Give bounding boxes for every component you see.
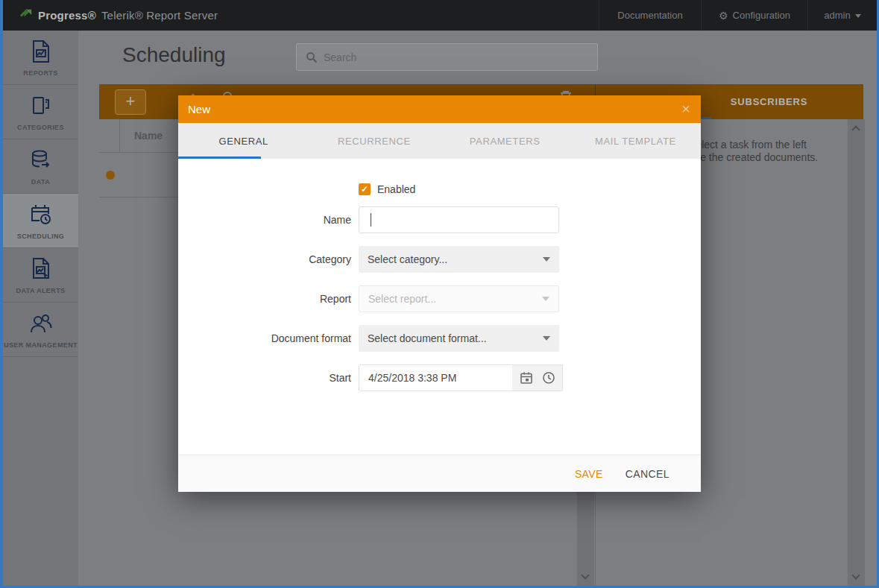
window-edge-left [0,0,3,588]
tab-general[interactable]: GENERAL [178,123,309,159]
document-format-select[interactable]: Select document format... [359,325,559,352]
enabled-checkbox[interactable]: ✓ [359,183,371,195]
sidebar-item-categories[interactable]: CATEGORIES [3,85,78,139]
new-task-dialog: New × GENERAL RECURRENCE PARAMETERS MAIL… [178,95,701,492]
enabled-label: Enabled [377,183,415,195]
sidebar-item-label: USER MANAGEMENT [4,341,78,349]
column-divider [119,119,120,153]
data-alert-icon [28,256,54,282]
name-column-header[interactable]: Name [134,130,163,142]
progress-logo-icon [19,7,33,24]
text-cursor [371,213,371,227]
sidebar-item-label: DATA [31,178,50,186]
users-icon [28,311,54,336]
clock-icon[interactable] [542,371,555,385]
top-nav: Documentation ⚙ Configuration admin [599,0,877,31]
sidebar-item-label: SCHEDULING [17,233,65,240]
active-tab-underline [178,157,261,159]
task-status-dot [106,171,115,180]
tab-mail-template[interactable]: MAIL TEMPLATE [570,123,701,159]
tab-recurrence[interactable]: RECURRENCE [309,123,439,159]
sidebar-item-scheduling[interactable]: SCHEDULING [3,194,78,248]
document-format-label: Document format [178,332,351,344]
report-label: Report [178,293,351,305]
dialog-header: New × [178,95,701,123]
search-box[interactable] [296,43,598,71]
database-icon [28,148,54,173]
chevron-down-icon [543,257,550,262]
brand-secondary: Telerik® Report Server [101,9,218,22]
calendar-clock-icon [28,202,54,227]
tab-subscribers[interactable]: SUBSCRIBERS [711,84,827,119]
calendar-icon[interactable] [520,371,533,385]
add-task-button[interactable]: + [115,89,146,115]
name-label: Name [178,214,351,226]
scroll-up-icon[interactable] [851,125,860,133]
right-panel-scrollbar[interactable] [848,119,865,586]
scroll-down-icon[interactable] [851,571,860,579]
gear-icon: ⚙ [719,10,728,22]
start-datetime-picker [359,364,563,391]
page-title: Scheduling [122,43,226,67]
sidebar-item-label: CATEGORIES [17,124,64,131]
brand-primary: Progress® [38,9,96,22]
dialog-body: ✓ Enabled Name Category Select category.… [178,159,701,455]
dialog-title: New [188,103,210,116]
tab-parameters[interactable]: PARAMETERS [440,123,570,159]
sidebar-item-data[interactable]: DATA [3,139,78,194]
caret-down-icon [855,14,861,18]
sidebar-item-user-management[interactable]: USER MANAGEMENT [3,303,78,357]
brand-logo: Progress® Telerik® Report Server [19,7,218,24]
scroll-down-icon[interactable] [581,571,589,579]
report-select[interactable]: Select report... [359,285,559,312]
save-button[interactable]: SAVE [575,468,603,480]
sidebar-item-data-alerts[interactable]: DATA ALERTS [3,248,78,303]
search-icon [306,51,318,63]
category-label: Category [178,253,351,265]
name-input[interactable] [359,206,559,233]
search-input[interactable] [324,51,597,63]
top-bar: Progress® Telerik® Report Server Documen… [0,0,879,31]
chevron-down-icon [542,297,549,301]
nav-documentation[interactable]: Documentation [599,0,701,31]
sidebar-item-label: DATA ALERTS [16,287,66,294]
dialog-tabs: GENERAL RECURRENCE PARAMETERS MAIL TEMPL… [178,123,701,159]
category-select[interactable]: Select category... [359,246,559,273]
dialog-footer: SAVE CANCEL [178,455,701,492]
categories-icon [28,93,54,118]
start-datetime-input[interactable] [359,365,512,391]
sidebar-nav: REPORTS CATEGORIES DATA [3,31,78,588]
nav-admin-menu[interactable]: admin [807,0,877,31]
chevron-down-icon [543,336,550,341]
sidebar-item-reports[interactable]: REPORTS [3,31,78,85]
app-window: Progress® Telerik® Report Server Documen… [0,0,879,588]
sidebar-item-label: REPORTS [23,69,57,77]
close-icon[interactable]: × [681,100,690,118]
report-icon [28,39,54,64]
nav-configuration[interactable]: ⚙ Configuration [701,0,807,31]
start-label: Start [178,372,351,384]
cancel-button[interactable]: CANCEL [626,468,670,480]
